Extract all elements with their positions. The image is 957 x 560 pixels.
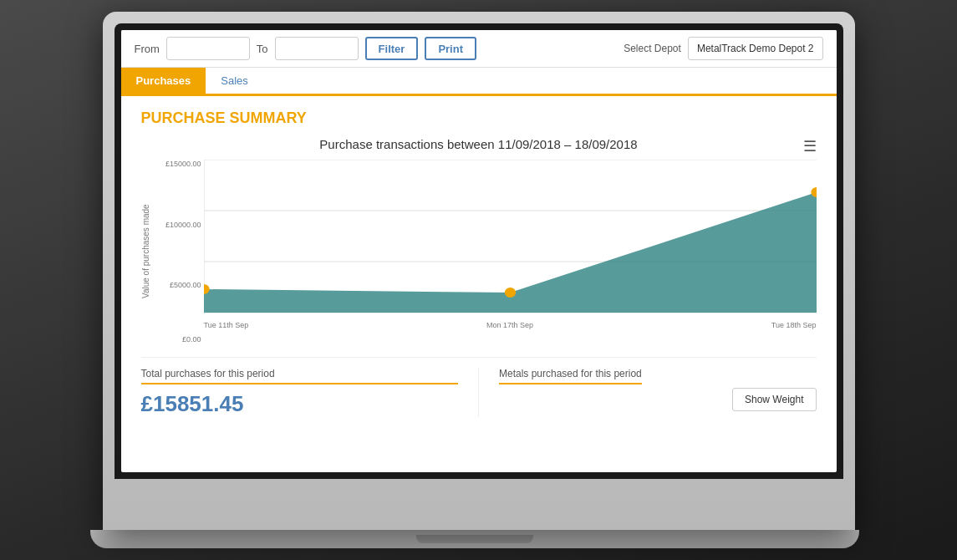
x-label-2: Mon 17th Sep xyxy=(486,321,533,329)
depot-value: MetalTrack Demo Depot 2 xyxy=(688,37,823,60)
toolbar: From To Filter Print Select Depot MetalT… xyxy=(121,30,837,68)
x-label-1: Tue 11th Sep xyxy=(204,321,249,329)
filter-button[interactable]: Filter xyxy=(365,37,419,60)
chart-title: Purchase transactions between 11/09/2018… xyxy=(141,137,817,151)
summary-right: Metals purchased for this period Show We… xyxy=(479,368,817,417)
hamburger-icon[interactable]: ☰ xyxy=(803,137,817,155)
tab-purchases[interactable]: Purchases xyxy=(121,68,206,94)
total-value: £15851.45 xyxy=(141,391,459,417)
section-title: PURCHASE SUMMARY xyxy=(141,109,817,127)
main-content: PURCHASE SUMMARY Purchase transactions b… xyxy=(121,96,837,472)
chart-svg xyxy=(204,160,817,314)
total-label: Total purchases for this period xyxy=(141,368,459,384)
show-weight-button[interactable]: Show Weight xyxy=(732,388,816,411)
from-input[interactable] xyxy=(166,37,250,60)
laptop-notch xyxy=(416,535,533,543)
summary-left: Total purchases for this period £15851.4… xyxy=(141,368,480,417)
to-label: To xyxy=(257,43,268,55)
depot-label: Select Depot xyxy=(624,43,681,54)
chart-area: Value of purchases made £15000.00 £10000… xyxy=(141,160,817,344)
summary-section: Total purchases for this period £15851.4… xyxy=(141,357,817,417)
tabs-bar: Purchases Sales xyxy=(121,68,837,96)
tab-sales[interactable]: Sales xyxy=(206,68,263,94)
chart-container: Purchase transactions between 11/09/2018… xyxy=(141,137,817,344)
data-point-2 xyxy=(504,288,515,298)
to-input[interactable] xyxy=(275,37,359,60)
metals-section: Metals purchased for this period xyxy=(499,368,642,391)
x-label-3: Tue 18th Sep xyxy=(771,321,817,329)
y-axis-label: Value of purchases made xyxy=(141,160,155,344)
from-label: From xyxy=(135,43,160,55)
metals-label: Metals purchased for this period xyxy=(499,368,642,384)
print-button[interactable]: Print xyxy=(425,37,476,60)
